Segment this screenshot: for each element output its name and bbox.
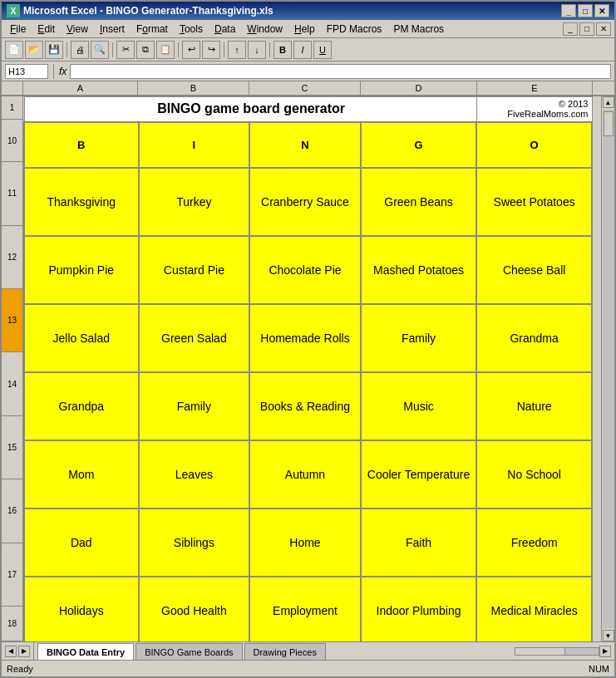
- col-header-b[interactable]: B: [138, 81, 249, 96]
- row-header-12[interactable]: 12: [2, 226, 23, 289]
- name-box[interactable]: [5, 64, 48, 79]
- app-min-button[interactable]: _: [563, 22, 578, 36]
- menu-tools[interactable]: Tools: [175, 22, 208, 36]
- col-header-e[interactable]: E: [477, 81, 593, 96]
- vertical-scrollbar[interactable]: ▲ ▼: [601, 96, 614, 641]
- menu-help[interactable]: Help: [289, 22, 320, 36]
- close-button[interactable]: ✕: [594, 4, 609, 17]
- maximize-button[interactable]: □: [578, 4, 593, 17]
- col-header-c[interactable]: C: [249, 81, 361, 96]
- cell-12-d[interactable]: Mashed Potatoes: [361, 236, 477, 304]
- cell-17-d[interactable]: Indoor Plumbing: [361, 577, 477, 642]
- menu-edit[interactable]: Edit: [32, 22, 60, 36]
- row-header-13[interactable]: 13: [2, 289, 23, 352]
- minimize-button[interactable]: _: [561, 4, 576, 17]
- cell-14-a[interactable]: Grandpa: [24, 372, 139, 440]
- cell-12-c[interactable]: Chocolate Pie: [249, 236, 361, 304]
- cell-11-a[interactable]: Thanksgiving: [24, 168, 139, 236]
- h-scroll-right[interactable]: ▶: [599, 646, 611, 657]
- cell-12-a[interactable]: Pumpkin Pie: [24, 236, 139, 304]
- bingo-g: G: [361, 122, 477, 168]
- cell-16-d[interactable]: Faith: [361, 508, 477, 577]
- copy-button[interactable]: ⧉: [136, 41, 155, 59]
- row-header-17[interactable]: 17: [2, 543, 23, 607]
- tab-scroll-left[interactable]: ◀: [5, 646, 17, 657]
- save-button[interactable]: 💾: [45, 41, 63, 59]
- row-header-10[interactable]: 10: [2, 120, 23, 162]
- cell-13-d[interactable]: Family: [361, 304, 477, 372]
- tab-bingo-game-boards[interactable]: BINGO Game Boards: [136, 643, 242, 660]
- app-close-button[interactable]: ✕: [596, 22, 611, 36]
- redo-button[interactable]: ↪: [202, 41, 220, 59]
- scroll-thumb[interactable]: [604, 111, 614, 136]
- menu-fpd[interactable]: FPD Macros: [322, 22, 387, 36]
- cell-14-c[interactable]: Books & Reading: [249, 372, 361, 440]
- print-button[interactable]: 🖨: [71, 41, 89, 59]
- row-header-18[interactable]: 18: [2, 607, 23, 641]
- formula-input[interactable]: [70, 64, 611, 79]
- cell-14-b[interactable]: Family: [139, 372, 250, 440]
- cell-15-b[interactable]: Leaves: [139, 440, 250, 508]
- col-header-a[interactable]: A: [23, 81, 138, 96]
- cell-17-e[interactable]: Medical Miracles: [476, 577, 592, 642]
- tab-scroll-right[interactable]: ▶: [18, 646, 30, 657]
- cell-13-b[interactable]: Green Salad: [139, 304, 250, 372]
- sort-desc-button[interactable]: ↓: [248, 41, 266, 59]
- menu-file[interactable]: File: [5, 22, 31, 36]
- preview-button[interactable]: 🔍: [91, 41, 109, 59]
- num-indicator: NUM: [589, 664, 609, 674]
- scroll-up-button[interactable]: ▲: [603, 96, 614, 108]
- row-header-1[interactable]: 1: [2, 96, 23, 120]
- paste-button[interactable]: 📋: [156, 41, 175, 59]
- tab-drawing-pieces[interactable]: Drawing Pieces: [244, 643, 326, 660]
- menu-format[interactable]: Format: [131, 22, 173, 36]
- menu-window[interactable]: Window: [242, 22, 288, 36]
- title-cell: BINGO game board generator: [24, 97, 476, 122]
- cell-17-c[interactable]: Employment: [249, 577, 361, 642]
- bold-button[interactable]: B: [274, 41, 292, 59]
- app-icon: X: [7, 4, 20, 17]
- sort-asc-button[interactable]: ↑: [228, 41, 246, 59]
- cell-16-c[interactable]: Home: [249, 508, 361, 577]
- cell-15-d[interactable]: Cooler Temperature: [361, 440, 477, 508]
- cell-13-c[interactable]: Homemade Rolls: [249, 304, 361, 372]
- cell-15-c[interactable]: Autumn: [249, 440, 361, 508]
- menu-insert[interactable]: Insert: [95, 22, 130, 36]
- cell-16-a[interactable]: Dad: [24, 508, 139, 577]
- cell-13-e[interactable]: Grandma: [476, 304, 592, 372]
- row-header-11[interactable]: 11: [2, 162, 23, 225]
- tab-bingo-data-entry[interactable]: BINGO Data Entry: [37, 643, 134, 660]
- scroll-down-button[interactable]: ▼: [603, 630, 614, 641]
- row-header-16[interactable]: 16: [2, 479, 23, 543]
- cell-16-e[interactable]: Freedom: [476, 508, 592, 577]
- cell-14-e[interactable]: Nature: [476, 372, 592, 440]
- app-max-button[interactable]: □: [579, 22, 594, 36]
- cell-12-b[interactable]: Custard Pie: [139, 236, 250, 304]
- open-button[interactable]: 📂: [25, 41, 43, 59]
- cell-11-e[interactable]: Sweet Potatoes: [476, 168, 592, 236]
- cell-17-a[interactable]: Holidays: [24, 577, 139, 642]
- menu-pm[interactable]: PM Macros: [388, 22, 449, 36]
- undo-button[interactable]: ↩: [182, 41, 200, 59]
- underline-button[interactable]: U: [313, 41, 332, 59]
- cell-14-d[interactable]: Music: [361, 372, 477, 440]
- cell-17-b[interactable]: Good Health: [139, 577, 250, 642]
- cell-11-c[interactable]: Cranberry Sauce: [249, 168, 361, 236]
- cell-11-d[interactable]: Green Beans: [361, 168, 477, 236]
- cell-13-a[interactable]: Jello Salad: [24, 304, 139, 372]
- cell-15-e[interactable]: No School: [476, 440, 592, 508]
- cut-button[interactable]: ✂: [116, 41, 135, 59]
- new-button[interactable]: 📄: [5, 41, 23, 59]
- cell-11-b[interactable]: Turkey: [139, 168, 250, 236]
- italic-button[interactable]: I: [293, 41, 312, 59]
- row-header-14[interactable]: 14: [2, 352, 23, 415]
- col-header-d[interactable]: D: [361, 81, 477, 96]
- cell-12-e[interactable]: Cheese Ball: [476, 236, 592, 304]
- row-header-15[interactable]: 15: [2, 416, 23, 479]
- menu-data[interactable]: Data: [209, 22, 240, 36]
- bingo-n: N: [249, 122, 361, 168]
- cell-15-a[interactable]: Mom: [24, 440, 139, 508]
- status-bar: Ready NUM: [2, 660, 614, 676]
- menu-view[interactable]: View: [62, 22, 93, 36]
- cell-16-b[interactable]: Siblings: [139, 508, 250, 577]
